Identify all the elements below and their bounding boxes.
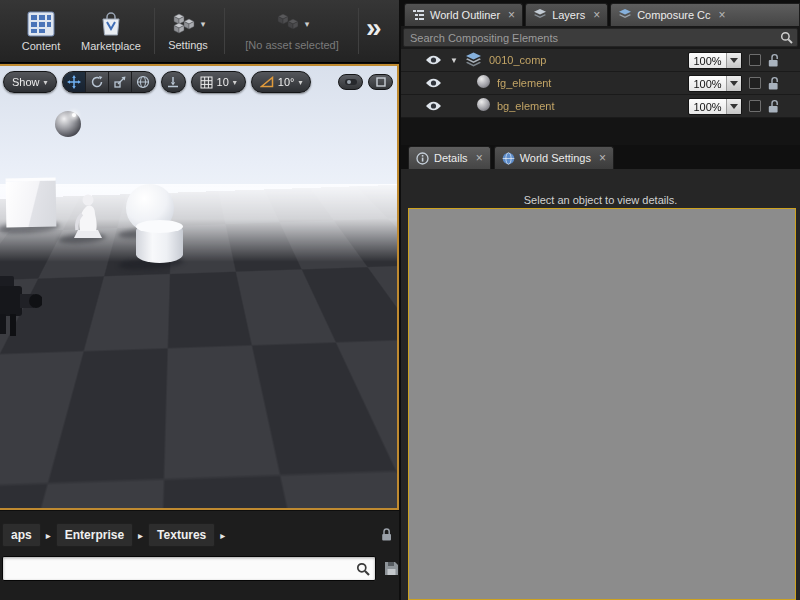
breadcrumb: aps ▸ Enterprise ▸ Textures ▸ [2, 522, 225, 548]
asset-search-input[interactable] [3, 562, 356, 576]
tab-world-outliner[interactable]: World Outliner × [404, 3, 523, 26]
content-button[interactable]: Content [12, 3, 70, 60]
compositing-search-input[interactable] [404, 32, 780, 44]
details-empty-message: Select an object to view details. [401, 194, 800, 206]
search-icon [356, 562, 370, 576]
move-icon [67, 75, 81, 89]
surface-snap-icon [166, 75, 180, 89]
composure-row-fg-element[interactable]: fg_element 100% [401, 72, 800, 95]
visibility-eye-icon[interactable] [425, 54, 442, 66]
lock-icon[interactable] [767, 99, 780, 114]
tab-composure-compositing[interactable]: Composure Cc × [610, 3, 800, 26]
white-cube-mesh[interactable] [6, 178, 57, 228]
dropdown-arrow-icon [726, 76, 741, 91]
transform-tool-group [62, 71, 156, 93]
dropdown-arrow-icon [726, 99, 741, 114]
lock-icon[interactable] [767, 76, 780, 91]
show-label: Show [12, 76, 40, 88]
composure-layers-icon [618, 9, 632, 21]
maximize-icon [376, 77, 386, 87]
white-cylinder-mesh[interactable] [136, 222, 183, 263]
tab-close-icon[interactable]: × [599, 151, 606, 165]
opacity-value: 100% [689, 76, 726, 91]
content-browser: aps ▸ Enterprise ▸ Textures ▸ [0, 511, 399, 600]
freeze-checkbox[interactable] [749, 54, 761, 66]
comp-layers-icon [465, 52, 482, 68]
scale-tool-button[interactable] [109, 72, 132, 92]
opacity-dropdown[interactable]: 100% [688, 52, 742, 69]
angle-snap-button[interactable]: 10° ▾ [251, 71, 312, 93]
save-search-icon[interactable] [384, 561, 399, 576]
tab-close-icon[interactable]: × [719, 8, 726, 22]
freeze-checkbox[interactable] [749, 100, 761, 112]
search-icon [780, 31, 793, 44]
grid-snap-value: 10 [217, 76, 229, 88]
tab-details[interactable]: Details × [408, 146, 491, 169]
tab-layers[interactable]: Layers × [525, 3, 608, 26]
tab-close-icon[interactable]: × [508, 8, 515, 22]
tab-close-icon[interactable]: × [593, 8, 600, 22]
expand-arrow-icon[interactable]: ▼ [450, 56, 458, 65]
grid-snap-button[interactable]: 10 ▾ [191, 71, 246, 93]
no-asset-dropdown[interactable]: ▾ [No asset selected] [230, 3, 354, 60]
settings-caret: ▾ [201, 20, 206, 29]
toolbar-separator [224, 8, 225, 54]
angle-snap-value: 10° [278, 76, 295, 88]
rotate-tool-button[interactable] [86, 72, 109, 92]
scale-icon [113, 75, 127, 89]
move-tool-button[interactable] [63, 72, 86, 92]
viewport-toolbar: Show ▾ [3, 70, 393, 94]
breadcrumb-item-maps[interactable]: aps [2, 523, 41, 547]
world-coord-button[interactable] [132, 72, 155, 92]
opacity-dropdown[interactable]: 100% [688, 75, 742, 92]
dropdown-arrow-icon [726, 53, 741, 68]
camera-speed-button[interactable] [338, 74, 363, 90]
toolbar-expand-chevron[interactable]: » [366, 12, 382, 44]
statue-mesh[interactable] [68, 184, 108, 240]
level-indicator: Level: TM-ComposureUX (Persistent) [206, 470, 389, 482]
opacity-dropdown[interactable]: 100% [688, 98, 742, 115]
globe-icon [136, 75, 150, 89]
surface-snap-button[interactable] [162, 72, 185, 92]
tab-label: World Outliner [430, 9, 500, 21]
toolbar-separator [154, 8, 155, 54]
asset-search-bar [2, 556, 376, 581]
marketplace-button[interactable]: Marketplace [72, 3, 150, 60]
visibility-eye-icon[interactable] [425, 77, 442, 89]
visibility-eye-icon[interactable] [425, 100, 442, 112]
sky-light-sphere[interactable] [55, 111, 81, 137]
freeze-checkbox[interactable] [749, 77, 761, 89]
marketplace-icon [99, 11, 123, 37]
cine-camera-actor[interactable] [0, 268, 42, 338]
breadcrumb-item-textures[interactable]: Textures [148, 523, 215, 547]
level-viewport[interactable]: Level: TM-ComposureUX (Persistent) Show … [0, 64, 399, 510]
tab-label: World Settings [520, 152, 591, 164]
breadcrumb-item-enterprise[interactable]: Enterprise [56, 523, 133, 547]
composure-row-0010-comp[interactable]: ▼ 0010_comp 100% [401, 49, 800, 72]
element-name[interactable]: bg_element [497, 100, 555, 112]
content-button-label: Content [22, 40, 61, 52]
path-lock-icon[interactable] [380, 527, 393, 542]
grid-snap-icon [200, 76, 213, 89]
breadcrumb-arrow: ▸ [138, 530, 143, 541]
element-name[interactable]: fg_element [497, 77, 551, 89]
tab-close-icon[interactable]: × [476, 151, 483, 165]
lock-icon[interactable] [767, 53, 780, 68]
show-menu-button[interactable]: Show ▾ [3, 71, 57, 93]
settings-button-label: Settings [168, 39, 208, 51]
layers-icon [533, 9, 547, 21]
maximize-viewport-button[interactable] [368, 74, 393, 90]
element-name[interactable]: 0010_comp [489, 54, 547, 66]
tab-world-settings[interactable]: World Settings × [494, 146, 614, 169]
tab-label: Details [434, 152, 468, 164]
composure-preview-pane[interactable] [408, 208, 796, 600]
viewport-scene: Level: TM-ComposureUX (Persistent) Show … [0, 66, 397, 508]
level-name: TM-ComposureUX (Persistent) [238, 470, 389, 482]
settings-button[interactable]: ▾ Settings [158, 3, 218, 60]
rotate-icon [90, 75, 104, 89]
grid-snap-caret: ▾ [233, 78, 237, 87]
right-dock-panel: World Outliner × Layers × Composure Cc × [401, 0, 800, 600]
world-outliner-icon [412, 9, 425, 22]
composure-row-bg-element[interactable]: bg_element 100% [401, 95, 800, 118]
breadcrumb-arrow: ▸ [46, 530, 51, 541]
